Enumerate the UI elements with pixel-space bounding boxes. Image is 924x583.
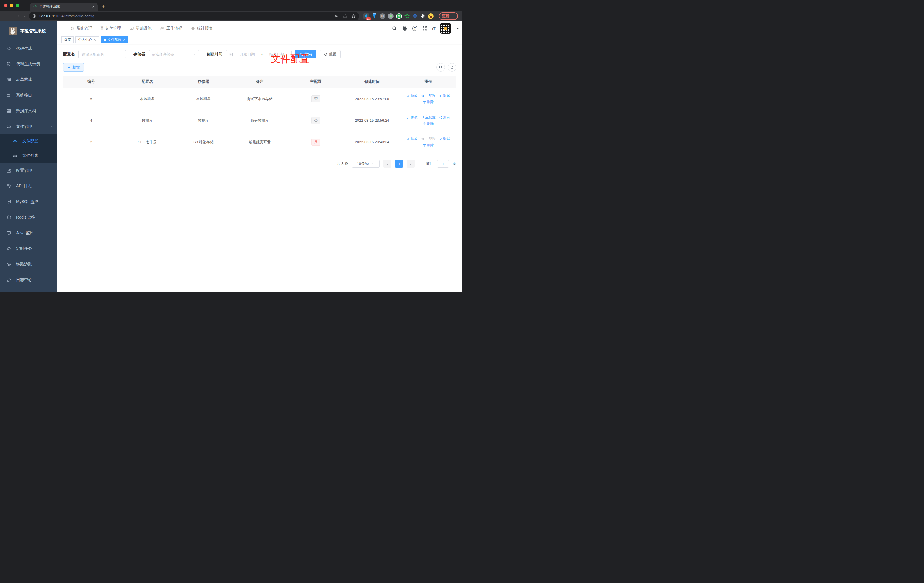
home-icon[interactable] — [22, 13, 27, 18]
sidebar-item-form-builder[interactable]: 表单构建 — [0, 72, 57, 88]
extension-star-icon[interactable] — [404, 13, 410, 19]
browser-menu-icon[interactable]: ⋮ — [451, 14, 455, 18]
sidebar-item-file-management[interactable]: 文件管理 — [0, 119, 57, 134]
sidebar-item-file-list[interactable]: 文件列表 — [0, 149, 57, 163]
new-tab-button[interactable]: + — [97, 3, 109, 11]
config-name-input[interactable] — [78, 50, 126, 58]
tab-payment-management[interactable]: ¥ 支付管理 — [96, 21, 125, 35]
close-icon[interactable] — [123, 39, 125, 41]
chevron-down-icon — [372, 162, 375, 165]
extension-eye-icon[interactable] — [412, 13, 418, 19]
search-icon[interactable] — [392, 26, 397, 31]
prev-page-button[interactable] — [383, 160, 391, 168]
sidebar-item-code-gen[interactable]: 代码生成 — [0, 41, 57, 56]
edit-link[interactable]: 修改 — [407, 137, 418, 141]
sidebar-item-log-center[interactable]: 日志中心 — [0, 272, 57, 287]
test-link[interactable]: 测试 — [439, 93, 450, 98]
storage-select[interactable]: 请选择存储器 — [149, 50, 199, 58]
extension-badge: 11 — [366, 17, 371, 20]
password-key-icon[interactable] — [334, 14, 339, 18]
reset-button[interactable]: 重置 — [320, 50, 340, 58]
back-icon[interactable] — [3, 13, 8, 18]
app-title: 芋道管理系统 — [20, 28, 46, 34]
extension-pin-icon[interactable]: 11 — [363, 13, 369, 19]
extension-v-icon[interactable]: v — [396, 13, 402, 19]
page-size-select[interactable]: 10条/页 — [352, 160, 380, 168]
window-close-button[interactable] — [4, 4, 7, 7]
sidebar-item-redis-monitor[interactable]: Redis 监控 — [0, 210, 57, 225]
delete-link[interactable]: 删除 — [423, 143, 434, 148]
end-date-placeholder[interactable]: 结束日期 — [265, 52, 289, 57]
extension-dot-icon[interactable] — [388, 13, 394, 19]
sidebar-item-file-config[interactable]: 文件配置 — [0, 134, 57, 149]
extension-kite-icon[interactable] — [371, 13, 377, 19]
font-size-icon[interactable]: tT — [432, 26, 435, 31]
sidebar-item-tracing[interactable]: 链路追踪 — [0, 256, 57, 272]
tab-workflow[interactable]: 工作流程 — [156, 21, 186, 35]
delete-link[interactable]: 删除 — [423, 100, 434, 104]
toggle-search-button[interactable] — [436, 63, 445, 71]
storage-label: 存储器 — [134, 52, 145, 57]
tag-file-config[interactable]: 文件配置 — [101, 36, 128, 43]
github-icon[interactable] — [402, 26, 408, 31]
window-minimize-button[interactable] — [10, 4, 13, 7]
extensions-puzzle-icon[interactable] — [420, 13, 426, 19]
delete-link[interactable]: 删除 — [423, 121, 434, 126]
add-button[interactable]: 新增 — [63, 63, 84, 71]
search-icon — [439, 65, 443, 69]
sidebar-item-mysql-monitor[interactable]: MySQL 监控 — [0, 194, 57, 210]
help-icon[interactable]: ? — [412, 26, 417, 31]
goto-page-input[interactable] — [437, 160, 449, 168]
address-bar[interactable]: 127.0.0.1:1024/infra/file/file-config — [29, 12, 359, 20]
browser-update-button[interactable]: 更新 ⋮ — [439, 13, 458, 20]
test-link[interactable]: 测试 — [439, 115, 450, 120]
sidebar-item-config-management[interactable]: 配置管理 — [0, 163, 57, 178]
create-time-label: 创建时间 — [206, 52, 223, 57]
set-master-link[interactable]: 主配置 — [421, 93, 436, 98]
window-zoom-button[interactable] — [16, 4, 19, 7]
share-icon[interactable] — [343, 14, 347, 18]
sidebar-item-java-monitor[interactable]: Java 监控 — [0, 225, 57, 241]
edit-link[interactable]: 修改 — [407, 93, 418, 98]
tab-infrastructure[interactable]: 基础设施 — [125, 21, 156, 35]
date-range-picker[interactable]: 开始日期 - 结束日期 — [226, 50, 292, 58]
reload-icon[interactable] — [16, 13, 21, 18]
set-master-link[interactable]: 主配置 — [421, 115, 436, 120]
page-content: 配置名 存储器 请选择存储器 创建时间 开始日期 - 结束日期 — [57, 44, 462, 292]
edit-icon — [407, 94, 410, 97]
extension-emoji-icon[interactable] — [428, 13, 434, 19]
refresh-table-button[interactable] — [448, 63, 456, 71]
avatar-caret-icon[interactable] — [456, 28, 459, 29]
next-page-button[interactable] — [407, 160, 414, 168]
extension-command-icon[interactable]: ⌘ — [380, 13, 385, 19]
close-icon[interactable] — [94, 39, 96, 41]
sidebar-collapse-icon[interactable] — [57, 26, 66, 31]
sidebar-item-api-log[interactable]: API 日志 — [0, 178, 57, 194]
bookmark-star-icon[interactable] — [351, 14, 356, 18]
tab-system-management[interactable]: 系统管理 — [66, 21, 96, 35]
address-bar-actions — [334, 14, 356, 18]
trash-icon — [423, 101, 426, 104]
sidebar-item-system-api[interactable]: 系统接口 — [0, 88, 57, 103]
avatar[interactable] — [440, 23, 451, 34]
sidebar-item-db-doc[interactable]: 数据库文档 — [0, 103, 57, 119]
site-info-icon[interactable] — [32, 14, 36, 18]
sidebar-item-scheduled-tasks[interactable]: 定时任务 — [0, 241, 57, 256]
tag-profile[interactable]: 个人中心 — [76, 36, 99, 43]
browser-tab[interactable]: 芋道管理系统 — [30, 3, 97, 11]
forward-icon[interactable] — [9, 13, 14, 18]
tab-close-icon[interactable] — [92, 5, 95, 8]
current-page-button[interactable]: 1 — [395, 160, 403, 168]
test-link[interactable]: 测试 — [439, 137, 450, 141]
row-actions: 修改 主配置 测试 删除 — [400, 115, 456, 126]
edit-link[interactable]: 修改 — [407, 115, 418, 120]
search-button[interactable]: 搜索 — [295, 50, 316, 58]
sidebar-menu: 代码生成 代码生成示例 表单构建 系统接口 数据库文档 — [0, 38, 57, 287]
sidebar-item-code-demo[interactable]: 代码生成示例 — [0, 56, 57, 72]
edit-icon — [407, 137, 410, 141]
fullscreen-icon[interactable] — [422, 26, 427, 31]
active-dot — [104, 39, 106, 41]
tab-statistics-report[interactable]: 统计报表 — [186, 21, 217, 35]
start-date-placeholder[interactable]: 开始日期 — [236, 52, 259, 57]
tag-home[interactable]: 首页 — [61, 36, 74, 43]
